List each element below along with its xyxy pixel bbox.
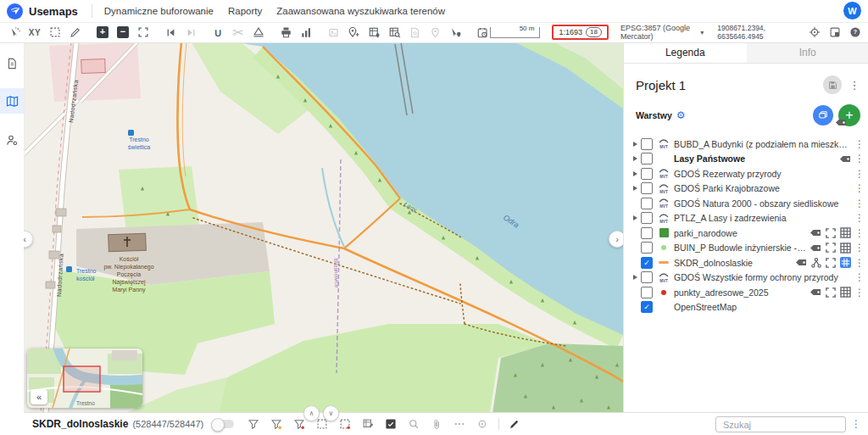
magic-select-icon[interactable] <box>7 25 22 40</box>
measure-prism-icon[interactable] <box>251 25 266 40</box>
layer-checkbox[interactable] <box>641 182 653 194</box>
tab-info[interactable]: Info <box>747 42 868 63</box>
projection-dropdown[interactable]: EPSG:3857 (Google Mercator) ▾ <box>620 24 704 41</box>
xy-coordinates-button[interactable]: XY <box>27 25 42 40</box>
layer-menu-button[interactable]: ⋮ <box>855 182 864 194</box>
map-canvas[interactable]: Nadodrzańska Nadodrzańska Trestno świetl… <box>24 42 623 413</box>
layer-row[interactable]: ✓ MVT OpenStreetMap <box>624 300 868 315</box>
nav-advanced-search[interactable]: Zaawansowana wyszukiwarka terenów <box>276 6 445 16</box>
layer-menu-button[interactable]: ⋮ <box>855 257 864 269</box>
layer-menu-button[interactable]: ⋮ <box>855 153 864 165</box>
table-pin-icon[interactable] <box>366 25 381 40</box>
layer-menu-button[interactable]: ⋮ <box>855 287 864 298</box>
zoom-to-extent-icon[interactable] <box>826 228 836 238</box>
expander-icon[interactable] <box>631 275 639 280</box>
nav-reports[interactable]: Raporty <box>228 6 262 16</box>
layer-checkbox[interactable]: ✓ <box>641 301 653 313</box>
chart-icon[interactable] <box>298 25 314 40</box>
chevron-up-icon[interactable]: ∧ <box>303 405 320 421</box>
search-icon[interactable] <box>406 416 421 432</box>
layer-checkbox[interactable] <box>641 242 653 254</box>
attribute-table-icon[interactable] <box>840 227 851 238</box>
layer-menu-button[interactable]: ⋮ <box>855 271 864 283</box>
chevron-down-icon[interactable]: ∨ <box>323 405 339 421</box>
tag-badge-icon[interactable] <box>810 229 821 237</box>
tab-legenda[interactable]: Legenda <box>624 42 747 63</box>
zoom-out-box-icon[interactable]: − <box>115 25 131 40</box>
locate-icon[interactable] <box>807 25 822 40</box>
search-input[interactable] <box>721 419 845 431</box>
history-calendar-icon[interactable] <box>475 25 490 40</box>
layer-checkbox[interactable] <box>641 287 653 298</box>
layer-menu-button[interactable]: ⋮ <box>855 227 864 239</box>
attribute-table-active-icon[interactable] <box>840 257 851 268</box>
cut-icon[interactable]: ✂ <box>231 25 246 40</box>
layer-checkbox[interactable] <box>641 271 653 283</box>
layer-menu-button[interactable]: ⋮ <box>855 168 864 180</box>
filter-icon[interactable] <box>246 416 261 432</box>
zoom-to-extent-icon[interactable] <box>826 243 836 253</box>
project-menu-button[interactable]: ⋮ <box>849 79 860 92</box>
table-edit-icon[interactable] <box>360 416 376 432</box>
expander-icon[interactable] <box>631 215 639 220</box>
expander-icon[interactable] <box>631 186 639 191</box>
select-area-active-icon[interactable] <box>337 416 353 432</box>
minimap-collapse-button[interactable]: « <box>31 389 47 404</box>
user-avatar[interactable]: W <box>843 2 861 20</box>
tag-badge-icon[interactable] <box>810 288 821 296</box>
layer-checkbox[interactable] <box>641 198 653 209</box>
select-area-icon[interactable] <box>47 25 63 40</box>
layer-row[interactable]: MVT Lasy Państwowe <box>624 152 868 167</box>
layer-library-button[interactable] <box>813 105 833 125</box>
add-place-icon[interactable] <box>346 25 361 40</box>
share-hub-icon[interactable] <box>811 258 821 268</box>
gear-icon[interactable]: ⚙ <box>676 109 686 121</box>
more-horizontal-icon[interactable] <box>452 416 467 432</box>
layer-checkbox[interactable] <box>641 227 653 239</box>
overview-map-icon[interactable] <box>827 25 843 40</box>
expander-icon[interactable] <box>631 142 639 147</box>
print-icon[interactable] <box>278 25 293 40</box>
expander-icon[interactable] <box>631 171 639 176</box>
layer-checkbox[interactable]: ✓ <box>641 257 653 269</box>
layer-menu-button[interactable]: ⋮ <box>855 138 864 150</box>
zoom-to-extent-icon[interactable] <box>826 287 836 298</box>
zoom-in-box-icon[interactable]: + <box>95 25 110 40</box>
layer-row[interactable]: MVT punkty_adresowe_2025 <box>624 285 868 300</box>
expander-icon[interactable] <box>631 156 639 161</box>
help-icon[interactable]: ? <box>848 25 863 40</box>
attribute-table-icon[interactable] <box>840 243 851 254</box>
table-search-icon[interactable] <box>387 25 402 40</box>
tag-badge-icon[interactable] <box>839 155 851 163</box>
layer-row[interactable]: MVT BUIN_P Budowle inżynierskie - punkty <box>624 241 868 256</box>
layer-checkbox[interactable] <box>641 153 653 165</box>
layer-row[interactable]: MVT GDOŚ Parki Krajobrazowe <box>624 181 868 197</box>
overview-minimap[interactable]: Trestno « <box>27 349 142 408</box>
nav-dynamic-buffering[interactable]: Dynamiczne buforowanie <box>104 6 214 16</box>
tag-badge-icon[interactable] <box>810 244 821 252</box>
next-view-icon[interactable] <box>183 25 198 40</box>
layer-row[interactable]: MVT GDOŚ Natura 2000 - obszary siedlisko… <box>624 196 868 211</box>
zoom-extent-icon[interactable] <box>136 25 151 40</box>
zoom-to-extent-icon[interactable] <box>826 258 836 268</box>
layer-checkbox[interactable] <box>641 212 653 224</box>
layer-toggle-switch[interactable] <box>212 420 234 428</box>
layer-row[interactable]: MVT PTLZ_A Lasy i zadrzewienia <box>624 211 868 226</box>
layer-checkbox[interactable] <box>641 138 653 150</box>
layer-row[interactable]: MVT BUBD_A Budynki (z podziałem na miesz… <box>624 137 868 152</box>
bottombar-menu-button[interactable]: ⋮ <box>851 418 861 430</box>
layer-checkbox[interactable] <box>641 168 653 180</box>
save-project-button[interactable] <box>823 75 842 94</box>
previous-view-icon[interactable] <box>163 25 178 40</box>
selection-confirm-icon[interactable] <box>383 416 398 432</box>
select-point-icon[interactable] <box>448 25 463 40</box>
layer-row[interactable]: MVT GDOŚ Wszystkie formy ochrony przyrod… <box>624 270 868 286</box>
usemaps-logo-icon[interactable] <box>7 3 23 20</box>
locate-icon[interactable] <box>475 416 490 432</box>
tag-badge-icon[interactable] <box>795 259 807 266</box>
document-search-icon[interactable] <box>407 25 422 40</box>
layer-row[interactable]: ✓ MVT SKDR_dolnoslaskie <box>624 255 868 270</box>
filter-saved-icon[interactable] <box>269 416 284 432</box>
u-shape-icon[interactable]: ∪ <box>210 25 225 40</box>
sidebar-item-account-settings[interactable] <box>0 127 24 153</box>
